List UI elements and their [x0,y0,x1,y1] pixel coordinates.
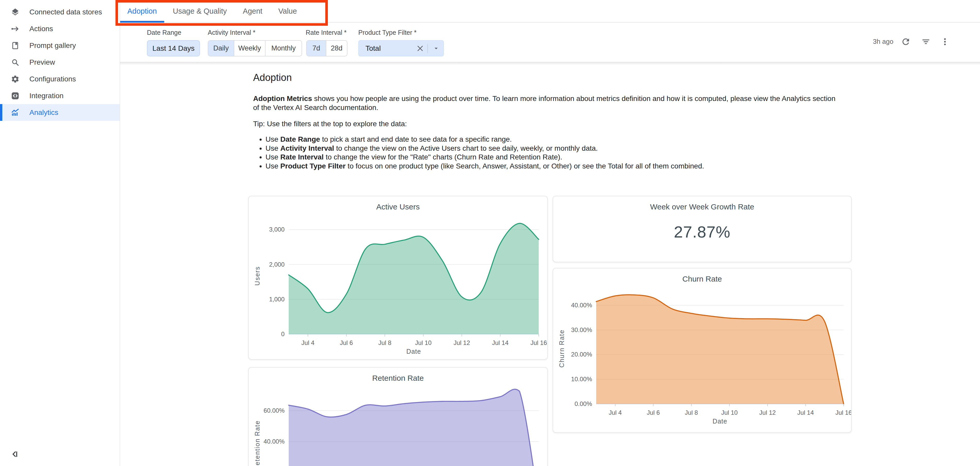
filter-icon [921,37,931,47]
date-range-label: Date Range [147,29,181,36]
refresh-button[interactable] [899,35,913,49]
product-type-filter-label: Product Type Filter * [358,29,417,36]
tip-text: Tip: Use the filters at the top to explo… [253,120,838,128]
code-icon [10,91,20,101]
activity-monthly-segment[interactable]: Monthly [266,41,302,56]
svg-text:0: 0 [281,331,285,338]
svg-text:Jul 16: Jul 16 [835,409,851,416]
churn-rate-chart: Jul 4Jul 6Jul 8Jul 10Jul 12Jul 14Jul 160… [553,283,851,432]
svg-text:Jul 8: Jul 8 [379,339,391,346]
svg-text:Date: Date [713,418,727,425]
sidebar-item-configurations[interactable]: Configurations [0,71,119,87]
svg-text:20.00%: 20.00% [571,351,592,358]
svg-text:1,000: 1,000 [269,296,285,303]
sidebar-item-actions[interactable]: Actions [0,21,119,37]
sidebar-item-label: Analytics [29,108,58,117]
page-title: Adoption [253,72,838,83]
chart-title: Week over Week Growth Rate [553,203,851,211]
list-item: Use Product Type Filter to focus on one … [266,162,838,171]
tab-usage-quality[interactable]: Usage & Quality [166,0,234,22]
svg-text:Jul 14: Jul 14 [492,339,509,346]
svg-text:Jul 14: Jul 14 [797,409,814,416]
more-vert-icon [940,37,950,47]
rate-interval-label: Rate Interval * [306,29,347,36]
sidebar-item-label: Configurations [29,75,76,83]
sidebar-item-label: Connected data stores [29,8,102,16]
activity-daily-segment[interactable]: Daily [208,41,234,56]
svg-text:0.00%: 0.00% [574,400,592,407]
sidebar-item-preview[interactable]: Preview [0,54,119,71]
intro-paragraph: Adoption Metrics shows you how people ar… [253,94,838,112]
rate-28d-segment[interactable]: 28d [326,41,347,56]
tab-agent[interactable]: Agent [235,0,270,22]
sidebar-item-label: Preview [29,58,55,67]
svg-text:Churn Rate: Churn Rate [558,330,565,368]
svg-text:40.00%: 40.00% [264,438,285,445]
tips-list: Use Date Range to pick a start and end d… [253,135,838,171]
svg-text:Jul 6: Jul 6 [340,339,353,346]
retention-rate-card: Retention Rate Jul 4Jul 6Jul 8Jul 10Jul … [248,367,548,466]
chart-title: Churn Rate [553,274,851,283]
sidebar-item-analytics[interactable]: Analytics [0,104,119,121]
list-item: Use Activity Interval to change the view… [266,144,838,153]
churn-rate-card: Churn Rate Jul 4Jul 6Jul 8Jul 10Jul 12Ju… [553,268,852,433]
layers-icon [10,7,20,17]
svg-text:Jul 8: Jul 8 [685,409,698,416]
svg-text:30.00%: 30.00% [571,327,592,333]
collapse-chevron-icon [10,450,19,459]
tab-adoption[interactable]: Adoption [120,0,164,22]
tab-value[interactable]: Value [271,0,304,22]
active-users-chart: Jul 4Jul 6Jul 8Jul 10Jul 12Jul 14Jul 160… [249,211,547,358]
sidebar-item-integration[interactable]: Integration [0,87,119,104]
svg-text:Jul 6: Jul 6 [647,409,660,416]
svg-text:60.00%: 60.00% [264,407,285,414]
svg-text:10.00%: 10.00% [571,376,592,382]
svg-text:Jul 10: Jul 10 [415,339,431,346]
svg-text:Jul 4: Jul 4 [301,339,315,346]
arrow-right-icon [10,24,20,34]
retention-rate-chart: Jul 4Jul 6Jul 8Jul 10Jul 12Jul 14Jul 160… [249,382,547,466]
intro-bold: Adoption Metrics [253,95,312,103]
chevron-down-icon[interactable] [431,43,441,54]
adoption-description: Adoption Adoption Metrics shows you how … [253,72,838,171]
sidebar: Connected data stores Actions Prompt gal… [0,0,120,466]
svg-text:40.00%: 40.00% [571,302,592,309]
sidebar-item-label: Integration [29,92,64,100]
filter-button[interactable] [919,35,933,49]
gear-icon [10,74,20,84]
date-range-button[interactable]: Last 14 Days [147,40,200,56]
more-options-button[interactable] [938,35,952,49]
sidebar-item-label: Prompt gallery [29,41,76,50]
svg-text:Retention Rate: Retention Rate [254,420,261,466]
list-item: Use Rate Interval to change the view for… [266,153,838,162]
refresh-icon [901,37,911,47]
chart-title: Retention Rate [249,374,547,382]
sidebar-item-connected-data-stores[interactable]: Connected data stores [0,3,119,21]
intro-text: shows you how people are using the produ… [253,95,835,111]
main-content: Adoption Adoption Metrics shows you how … [120,62,980,466]
clear-filter-icon[interactable] [415,43,425,54]
filter-bar: Date Range Last 14 Days Activity Interva… [120,23,980,62]
chart-title: Active Users [249,203,547,211]
svg-text:Users: Users [254,266,261,285]
dropdown-separator [427,44,428,53]
product-type-dropdown[interactable]: Total [358,40,444,56]
analytics-icon [10,108,20,117]
last-refreshed-text: 3h ago [845,38,893,46]
growth-rate-value: 27.87% [553,223,851,241]
rate-7d-segment[interactable]: 7d [307,41,326,56]
product-type-value: Total [366,44,415,52]
svg-text:Jul 16: Jul 16 [530,339,547,346]
svg-text:Jul 12: Jul 12 [453,339,470,346]
svg-text:Jul 4: Jul 4 [609,409,622,416]
list-item: Use Date Range to pick a start and end d… [266,135,838,144]
sidebar-item-label: Actions [29,25,53,33]
activity-interval-segmented: Daily Weekly Monthly [208,40,302,56]
collapse-sidebar-button[interactable] [9,448,21,460]
activity-weekly-segment[interactable]: Weekly [234,41,266,56]
bookmark-icon [10,41,20,51]
svg-text:Jul 10: Jul 10 [721,409,738,416]
sidebar-item-prompt-gallery[interactable]: Prompt gallery [0,37,119,54]
svg-text:2,000: 2,000 [269,261,285,268]
rate-interval-segmented: 7d 28d [306,40,347,56]
